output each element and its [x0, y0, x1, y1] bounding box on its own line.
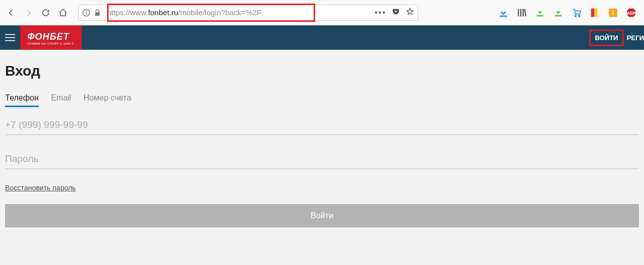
svg-point-11	[575, 15, 577, 17]
address-bar[interactable]: https://www.fonbet.ru/mobile/login?back=…	[78, 5, 418, 21]
pocket-icon[interactable]	[391, 7, 400, 18]
back-button[interactable]	[4, 6, 18, 20]
bookmark-star-icon[interactable]	[405, 7, 415, 18]
svg-rect-3	[95, 12, 100, 16]
svg-rect-15	[609, 8, 618, 17]
login-page: Вход Телефон Email Номер счета Восстанов…	[0, 50, 644, 265]
header-register-link[interactable]: РЕГИ	[624, 31, 644, 45]
password-input[interactable]	[5, 149, 639, 169]
phone-input[interactable]	[5, 115, 639, 135]
reload-button[interactable]	[39, 6, 53, 20]
svg-line-8	[525, 9, 526, 16]
download-green-1-icon[interactable]	[534, 7, 546, 18]
svg-rect-14	[594, 8, 597, 17]
svg-text:ABP: ABP	[627, 11, 636, 15]
header-login-link[interactable]: ВОЙТИ	[589, 29, 624, 46]
info-icon[interactable]	[82, 8, 91, 17]
extension-orange-icon[interactable]	[607, 7, 619, 18]
lock-icon	[93, 8, 102, 17]
extensions-bar: ABP	[498, 7, 637, 18]
download-icon[interactable]	[498, 7, 509, 18]
home-button[interactable]	[56, 6, 70, 20]
svg-rect-4	[500, 15, 507, 17]
browser-toolbar: https://www.fonbet.ru/mobile/login?back=…	[0, 0, 644, 25]
tab-email[interactable]: Email	[51, 93, 71, 107]
logo-text: ФОНБЕТ	[27, 31, 75, 42]
recover-password-link[interactable]: Восстановить пароль	[5, 184, 76, 192]
site-header: ФОНБЕТ СТАВКИ НА СПОРТ С 1994 Г. ВОЙТИ Р…	[0, 25, 644, 50]
svg-point-2	[86, 10, 87, 11]
url-text: https://www.fonbet.ru/mobile/login?back=…	[107, 8, 261, 17]
library-icon[interactable]	[516, 7, 527, 18]
svg-rect-13	[591, 8, 594, 17]
svg-rect-9	[537, 15, 544, 16]
menu-button[interactable]	[0, 25, 20, 50]
submit-button[interactable]: Войти	[5, 204, 639, 227]
site-logo[interactable]: ФОНБЕТ СТАВКИ НА СПОРТ С 1994 Г.	[20, 25, 82, 50]
page-actions-icon[interactable]: •••	[375, 8, 386, 17]
forward-button[interactable]	[21, 6, 36, 20]
logo-tagline: СТАВКИ НА СПОРТ С 1994 Г.	[27, 42, 75, 45]
download-green-2-icon[interactable]	[553, 7, 564, 18]
cart-icon[interactable]	[571, 7, 582, 18]
tab-phone[interactable]: Телефон	[5, 93, 39, 107]
bookmark-flag-icon[interactable]	[589, 7, 600, 18]
svg-point-12	[579, 15, 580, 17]
svg-rect-10	[555, 15, 562, 16]
page-title: Вход	[5, 63, 639, 79]
adblock-icon[interactable]: ABP	[626, 7, 637, 18]
login-method-tabs: Телефон Email Номер счета	[5, 93, 639, 107]
tab-account[interactable]: Номер счета	[83, 93, 131, 107]
